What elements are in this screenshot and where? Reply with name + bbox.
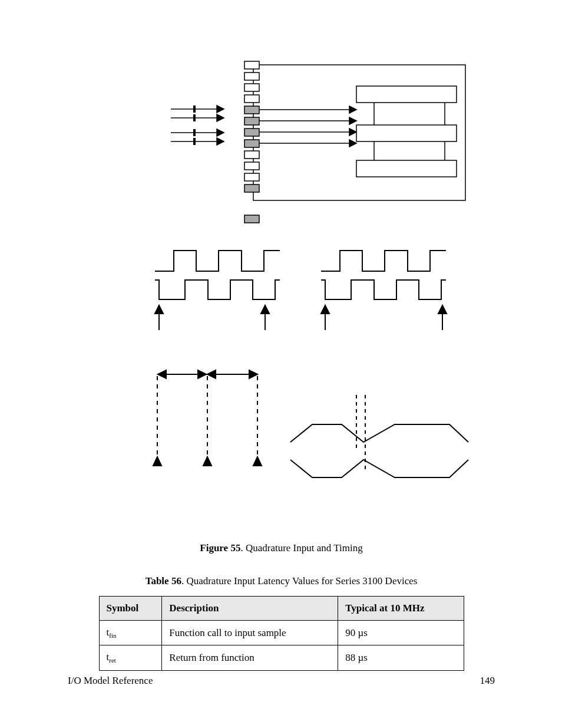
cell-desc: Function call to input sample	[162, 621, 338, 645]
svg-marker-60	[153, 457, 161, 466]
svg-rect-9	[244, 151, 259, 159]
svg-marker-17	[217, 114, 224, 121]
svg-rect-7	[244, 129, 259, 136]
figure-caption: Figure 55. Quadrature Input and Timing	[68, 542, 495, 554]
col-symbol: Symbol	[99, 597, 162, 621]
svg-rect-1	[244, 61, 259, 69]
cell-val: 88 µs	[338, 645, 464, 670]
svg-rect-4	[244, 95, 259, 103]
svg-rect-26	[356, 86, 457, 103]
table-label: Table 56	[146, 575, 181, 587]
svg-marker-15	[217, 106, 224, 113]
svg-marker-48	[438, 305, 447, 314]
svg-marker-46	[321, 305, 329, 314]
svg-rect-27	[356, 125, 457, 141]
svg-rect-28	[356, 160, 457, 177]
svg-rect-2	[244, 73, 259, 80]
svg-marker-36	[349, 117, 356, 124]
table-caption: Table 56. Quadrature Input Latency Value…	[68, 575, 495, 587]
page-footer: I/O Model Reference 149	[68, 675, 495, 687]
svg-marker-61	[203, 457, 211, 466]
cell-symbol: tfin	[99, 621, 162, 645]
svg-rect-6	[244, 117, 259, 125]
svg-marker-50	[158, 370, 166, 378]
svg-rect-13	[244, 215, 259, 223]
figure-caption-text: . Quadrature Input and Timing	[240, 542, 362, 554]
svg-marker-54	[207, 370, 216, 378]
figure-label: Figure 55	[200, 542, 240, 554]
table-row: tret Return from function 88 µs	[99, 645, 464, 670]
cell-desc: Return from function	[162, 645, 338, 670]
table-caption-text: . Quadrature Input Latency Values for Se…	[181, 575, 417, 587]
svg-marker-56	[249, 370, 257, 378]
svg-marker-44	[261, 305, 269, 314]
page-number: 149	[480, 675, 495, 687]
svg-rect-8	[244, 140, 259, 147]
svg-rect-3	[244, 84, 259, 91]
latency-table: Symbol Description Typical at 10 MHz tfi…	[99, 596, 464, 671]
cell-symbol: tret	[99, 645, 162, 670]
table-header-row: Symbol Description Typical at 10 MHz	[99, 597, 464, 621]
table-row: tfin Function call to input sample 90 µs	[99, 621, 464, 645]
cell-val: 90 µs	[338, 621, 464, 645]
svg-marker-62	[253, 457, 262, 466]
col-description: Description	[162, 597, 338, 621]
footer-title: I/O Model Reference	[68, 675, 153, 686]
svg-marker-23	[217, 138, 224, 145]
svg-marker-34	[349, 106, 356, 113]
svg-rect-12	[244, 185, 259, 192]
svg-rect-5	[244, 106, 259, 114]
svg-rect-10	[244, 162, 259, 170]
chip-diagram	[68, 59, 495, 230]
svg-marker-52	[198, 370, 206, 378]
svg-rect-11	[244, 173, 259, 181]
svg-marker-21	[217, 129, 224, 136]
svg-marker-38	[349, 129, 356, 136]
timing-diagram	[68, 248, 495, 519]
col-typical: Typical at 10 MHz	[338, 597, 464, 621]
svg-marker-42	[155, 305, 163, 314]
svg-marker-40	[349, 140, 356, 147]
